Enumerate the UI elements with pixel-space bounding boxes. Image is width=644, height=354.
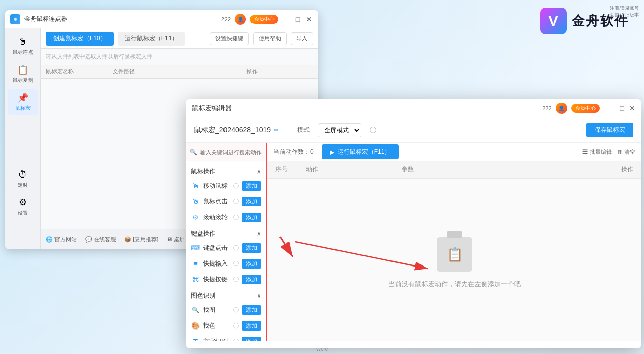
- action-scroll-wheel[interactable]: ⚙ 滚动滚轮 ⓘ 添加: [186, 210, 266, 225]
- shortcut-input-help-icon[interactable]: ⓘ: [233, 260, 239, 268]
- sidebar-item-settings[interactable]: ⚙ 设置: [8, 194, 38, 220]
- ocr-help-icon[interactable]: ⓘ: [233, 338, 239, 341]
- action-count-label: 当前动作数：0: [273, 148, 314, 156]
- add-find-image-btn[interactable]: 添加: [242, 305, 261, 315]
- add-ocr-btn[interactable]: 添加: [242, 337, 261, 341]
- run-macro-btn[interactable]: ▶ 运行鼠标宏（F11）: [322, 144, 399, 159]
- editor-member-btn[interactable]: 会员中心: [571, 104, 600, 113]
- action-shortcut-key[interactable]: ⌘ 快捷按键 ⓘ 添加: [186, 272, 266, 287]
- col-header-action: 动作: [306, 165, 402, 174]
- editor-minimize-icon[interactable]: —: [608, 104, 615, 112]
- add-keyboard-click-btn[interactable]: 添加: [242, 243, 261, 253]
- minimize-icon[interactable]: —: [283, 15, 291, 23]
- save-macro-btn[interactable]: 保存鼠标宏: [586, 123, 633, 137]
- mouse-group-toggle[interactable]: ∧: [257, 168, 261, 175]
- win-controls: — □ ✕: [283, 15, 313, 23]
- mouse-click-icon: 🖱: [18, 37, 27, 47]
- col-header-name: 鼠标宏名称: [46, 68, 113, 75]
- footer-support[interactable]: 💬 在线客服: [85, 235, 116, 243]
- col-header-op: 操作: [593, 165, 633, 174]
- action-keyboard-click[interactable]: ⌨ 键盘点击 ⓘ 添加: [186, 240, 266, 256]
- tab-bar: 创建鼠标宏（F10） 运行鼠标宏（F11） 设置快捷键 使用帮助 导入: [41, 28, 318, 49]
- find-color-help-icon[interactable]: ⓘ: [233, 322, 239, 330]
- member-center-btn[interactable]: 会员中心: [250, 15, 278, 24]
- brand-logo-v: V: [540, 8, 567, 34]
- macro-name-edit-icon[interactable]: ✏: [274, 127, 279, 134]
- sidebar-item-macro[interactable]: 📌 鼠标宏: [8, 89, 38, 115]
- mode-label: 模式: [297, 126, 310, 134]
- add-find-color-btn[interactable]: 添加: [242, 321, 261, 331]
- action-find-color[interactable]: 🎨 找色 ⓘ 添加: [186, 318, 266, 334]
- clear-btn[interactable]: 🗑 清空: [617, 148, 635, 156]
- keyboard-click-help-icon[interactable]: ⓘ: [233, 244, 239, 252]
- editor-header: 鼠标宏_20240628_1019 ✏ 模式 全屏模式 窗口模式 局部模式 ⓘ …: [186, 117, 641, 143]
- footer-apps[interactable]: 📦 [应用推荐]: [124, 235, 158, 243]
- editor-avatar: 👤: [556, 103, 567, 114]
- actions-list: 鼠标操作 ∧ 🖱 移动鼠标 ⓘ 添加 🖱 鼠标点击 ⓘ 添加: [186, 161, 266, 341]
- editor-title: 鼠标宏编辑器: [192, 104, 538, 113]
- action-shortcut-input[interactable]: ≡ 快捷输入 ⓘ 添加: [186, 256, 266, 272]
- footer-website[interactable]: 🌐 官方网站: [46, 235, 77, 243]
- sidebar-item-mouse-copy[interactable]: 📋 鼠标复制: [8, 61, 38, 87]
- table-header: 鼠标宏名称 文件路径 操作: [41, 65, 318, 79]
- branding-area: V 金舟软件 注册/登录账号 切换V1旧版本: [540, 8, 629, 34]
- mouse-group-label: 鼠标操作: [191, 167, 215, 176]
- shortcut-btn[interactable]: 设置快捷键: [210, 32, 249, 45]
- mouse-copy-icon: 📋: [17, 64, 29, 75]
- keyboard-group-header: 键盘操作 ∧: [186, 225, 266, 240]
- macro-panel: 当前动作数：0 ▶ 运行鼠标宏（F11） ☰ 批量编辑 🗑 清空 序号 动作 参…: [267, 143, 641, 341]
- tab-run[interactable]: 运行鼠标宏（F11）: [118, 32, 185, 46]
- main-titlebar: 🖱 金舟鼠标连点器 222 👤 会员中心 — □ ✕: [5, 10, 318, 28]
- app-icon: 🖱: [10, 14, 20, 24]
- mouse-click-help-icon[interactable]: ⓘ: [233, 198, 239, 205]
- actions-search-input[interactable]: [200, 149, 267, 155]
- footer-desktop[interactable]: 🖥 桌屏: [166, 235, 185, 243]
- move-mouse-help-icon[interactable]: ⓘ: [233, 182, 239, 190]
- actions-search-bar: 🔍 ✕: [186, 143, 266, 161]
- find-image-help-icon[interactable]: ⓘ: [233, 306, 239, 314]
- image-group-toggle[interactable]: ∧: [257, 292, 261, 300]
- top-link2[interactable]: 切换V1旧版本: [610, 12, 639, 18]
- add-scroll-wheel-btn[interactable]: 添加: [242, 213, 261, 222]
- action-move-mouse[interactable]: 🖱 移动鼠标 ⓘ 添加: [186, 178, 266, 194]
- editor-close-icon[interactable]: ✕: [629, 104, 635, 112]
- editor-titlebar-right: 222 👤 会员中心 — □ ✕: [542, 103, 635, 114]
- editor-maximize-icon[interactable]: □: [620, 104, 624, 112]
- macro-table-header: 序号 动作 参数 操作: [267, 161, 641, 179]
- shortcut-key-help-icon[interactable]: ⓘ: [233, 276, 239, 283]
- empty-hint: 请从文件列表中选取文件以后行鼠标宏文件: [41, 49, 318, 65]
- top-link1[interactable]: 注册/登录账号: [610, 5, 639, 12]
- close-icon[interactable]: ✕: [305, 15, 313, 23]
- keyboard-group-toggle[interactable]: ∧: [257, 230, 261, 238]
- add-shortcut-key-btn[interactable]: 添加: [242, 275, 261, 284]
- import-btn[interactable]: 导入: [291, 32, 313, 45]
- mode-help-icon[interactable]: ⓘ: [370, 126, 376, 135]
- user-avatar: 👤: [235, 14, 246, 25]
- action-mouse-click[interactable]: 🖱 鼠标点击 ⓘ 添加: [186, 194, 266, 210]
- scroll-wheel-help-icon[interactable]: ⓘ: [233, 214, 239, 221]
- scroll-wheel-icon: ⚙: [191, 213, 200, 222]
- clipboard-clip: [447, 231, 462, 238]
- col-header-param: 参数: [402, 165, 593, 174]
- action-ocr[interactable]: T 文字识别 ⓘ 添加: [186, 334, 266, 341]
- add-mouse-click-btn[interactable]: 添加: [242, 197, 261, 206]
- search-icon: 🔍: [190, 149, 197, 155]
- keyboard-group-label: 键盘操作: [191, 229, 215, 238]
- action-find-image[interactable]: 🔍 找图 ⓘ 添加: [186, 302, 266, 318]
- macro-toolbar: 当前动作数：0 ▶ 运行鼠标宏（F11） ☰ 批量编辑 🗑 清空: [267, 143, 641, 161]
- tab-create[interactable]: 创建鼠标宏（F10）: [46, 32, 114, 46]
- find-color-icon: 🎨: [191, 321, 200, 331]
- mouse-group-header: 鼠标操作 ∧: [186, 163, 266, 178]
- sidebar-item-mouse-click[interactable]: 🖱 鼠标连点: [8, 34, 38, 59]
- add-move-mouse-btn[interactable]: 添加: [242, 181, 261, 191]
- add-shortcut-input-btn[interactable]: 添加: [242, 259, 261, 269]
- help-btn[interactable]: 使用帮助: [253, 32, 287, 45]
- batch-edit-btn[interactable]: ☰ 批量编辑: [582, 148, 612, 156]
- mouse-click-item-icon: 🖱: [191, 197, 200, 206]
- titlebar-right: 222 👤 会员中心 — □ ✕: [221, 14, 313, 25]
- mode-select[interactable]: 全屏模式 窗口模式 局部模式: [318, 123, 361, 137]
- sidebar-item-timer[interactable]: ⏱ 定时: [8, 166, 38, 192]
- col-header-action: 操作: [246, 68, 313, 75]
- maximize-icon[interactable]: □: [294, 15, 302, 23]
- macro-icon: 📌: [17, 92, 29, 103]
